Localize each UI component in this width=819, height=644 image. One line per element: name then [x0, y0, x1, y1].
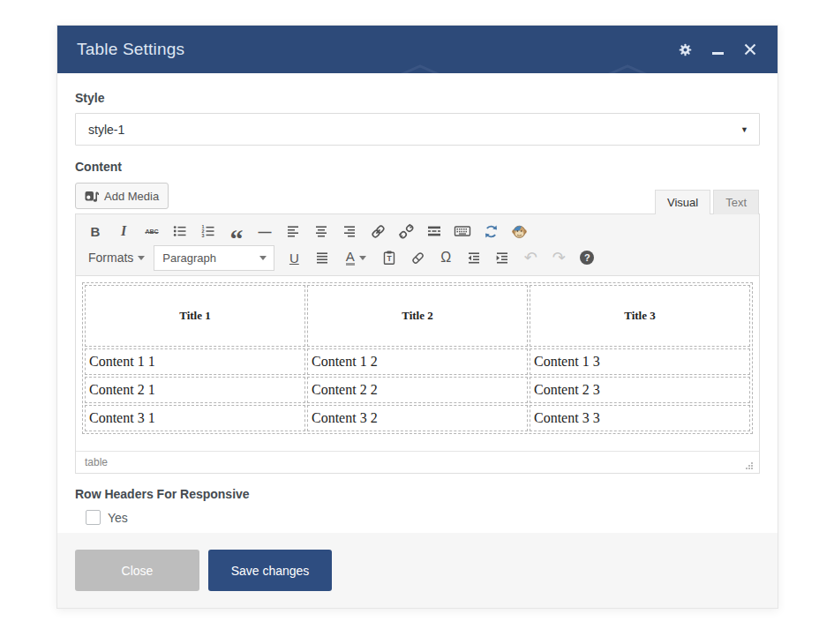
redo-button[interactable]: ↷ [546, 246, 571, 269]
chevron-down-icon [138, 256, 145, 260]
help-icon[interactable]: ? [575, 246, 599, 269]
row-headers-checkbox[interactable] [86, 510, 101, 525]
align-center-icon[interactable] [309, 220, 334, 243]
editor-content-area[interactable]: Title 1 Title 2 Title 3 Content 1 1 Cont… [76, 276, 759, 451]
chevron-down-icon [259, 256, 267, 260]
table-header-cell[interactable]: Title 2 [307, 285, 528, 347]
table-header-row: Title 1 Title 2 Title 3 [85, 285, 750, 347]
editor-toolbar: B I ABC 1 2 3 [76, 214, 759, 276]
paragraph-dropdown[interactable]: Paragraph [154, 245, 274, 271]
editor-top-bar: Add Media Visual Text [75, 182, 760, 213]
formats-dropdown[interactable]: Formats [83, 246, 150, 269]
table-row: Content 3 1 Content 3 2 Content 3 3 [85, 405, 750, 431]
row-headers-section: Row Headers For Responsive Yes [75, 487, 760, 525]
underline-button[interactable]: U [282, 246, 306, 269]
element-path[interactable]: table [85, 456, 108, 468]
modal-body: Style style-1 ▼ Content Add Media [57, 73, 778, 533]
blockquote-button[interactable]: “ [224, 220, 249, 243]
table-settings-modal: Table Settings [56, 25, 778, 609]
keyboard-icon[interactable] [450, 220, 475, 243]
modal-title: Table Settings [77, 40, 184, 59]
chevron-down-icon [359, 256, 366, 260]
gear-icon[interactable] [677, 41, 693, 57]
modal-header: Table Settings [57, 26, 778, 73]
tab-text[interactable]: Text [713, 190, 759, 214]
eraser-icon[interactable] [405, 246, 430, 269]
minimize-icon[interactable] [710, 41, 725, 57]
editor-statusbar: table [76, 451, 759, 473]
paste-as-text-icon[interactable]: T [377, 246, 402, 269]
editor-mode-tabs: Visual Text [655, 189, 759, 213]
close-button[interactable]: Close [75, 550, 199, 591]
table-cell[interactable]: Content 1 3 [530, 348, 750, 375]
media-icon [85, 190, 99, 203]
tab-visual[interactable]: Visual [655, 190, 710, 214]
table-cell[interactable]: Content 3 2 [307, 405, 528, 431]
numbered-list-icon[interactable]: 1 2 3 [196, 220, 221, 243]
style-label: Style [75, 91, 760, 105]
outdent-icon[interactable] [462, 246, 486, 269]
resize-grip-icon[interactable] [745, 461, 754, 470]
content-label: Content [75, 160, 760, 174]
italic-button[interactable]: I [111, 220, 136, 243]
svg-text:T: T [387, 254, 393, 263]
table-cell[interactable]: Content 1 1 [85, 348, 305, 375]
justify-icon[interactable] [310, 246, 334, 269]
table-cell[interactable]: Content 2 3 [530, 377, 750, 403]
special-character-button[interactable]: Ω [433, 246, 458, 269]
align-right-icon[interactable] [337, 220, 362, 243]
toolbar-row-2: Formats Paragraph U [83, 244, 752, 271]
table-cell[interactable]: Content 1 2 [307, 348, 528, 375]
toolbar-row-1: B I ABC 1 2 3 [83, 218, 752, 244]
save-changes-button[interactable]: Save changes [208, 550, 332, 591]
row-headers-label: Row Headers For Responsive [75, 487, 760, 501]
bullet-list-icon[interactable] [168, 220, 192, 243]
table-cell[interactable]: Content 3 1 [85, 405, 305, 431]
style-select[interactable]: style-1 ▼ [75, 113, 760, 146]
editor-table: Title 1 Title 2 Title 3 Content 1 1 Cont… [82, 282, 753, 434]
refresh-arrows-icon[interactable] [478, 220, 503, 243]
horizontal-rule-button[interactable]: — [252, 220, 277, 243]
indent-icon[interactable] [490, 246, 515, 269]
row-headers-checkbox-label: Yes [108, 511, 128, 525]
undo-button[interactable]: ↶ [518, 246, 543, 269]
table-cell[interactable]: Content 2 2 [307, 377, 528, 403]
add-media-label: Add Media [104, 190, 159, 203]
chevron-down-icon: ▼ [740, 125, 748, 134]
svg-text:3: 3 [201, 233, 204, 238]
table-header-cell[interactable]: Title 3 [530, 285, 750, 347]
table-cell[interactable]: Content 3 3 [530, 405, 750, 431]
table-cell[interactable]: Content 2 1 [85, 377, 305, 403]
editor-frame: B I ABC 1 2 3 [75, 213, 760, 474]
style-select-value: style-1 [88, 123, 124, 137]
table-row: Content 1 1 Content 1 2 Content 1 3 [85, 348, 750, 375]
bold-button[interactable]: B [83, 220, 108, 243]
align-left-icon[interactable] [281, 220, 305, 243]
read-more-icon[interactable] [422, 220, 447, 243]
text-color-button[interactable]: A [338, 246, 373, 269]
header-actions [677, 41, 758, 57]
link-icon[interactable] [365, 220, 390, 243]
strikethrough-button[interactable]: ABC [139, 220, 164, 243]
table-header-cell[interactable]: Title 1 [85, 285, 305, 347]
unlink-icon[interactable] [394, 220, 418, 243]
row-headers-checkbox-row: Yes [86, 510, 760, 525]
add-media-button[interactable]: Add Media [75, 183, 169, 209]
close-icon[interactable] [742, 41, 758, 57]
table-row: Content 2 1 Content 2 2 Content 2 3 [85, 377, 750, 403]
modal-footer: Close Save changes [57, 533, 778, 608]
mailchimp-monkey-icon[interactable] [507, 220, 531, 243]
